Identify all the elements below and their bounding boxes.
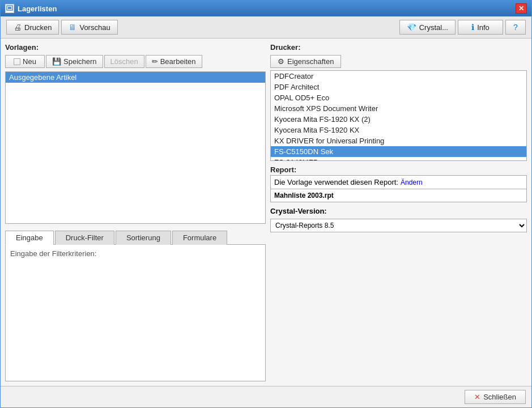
close-title-button[interactable]: ✕ (516, 3, 527, 14)
main-window: Lagerlisten ✕ 🖨 Drucken 🖥 Vorschau 💎 Cry… (0, 0, 532, 408)
new-button[interactable]: Neu (5, 55, 45, 68)
properties-button[interactable]: ⚙ Eigenschaften (270, 55, 341, 68)
report-change-button[interactable]: Ändern (401, 178, 423, 186)
tab-bar: Eingabe Druck-Filter Sortierung Formular… (5, 231, 266, 245)
tab-content: Eingabe der Filterkriterien: (5, 245, 266, 382)
report-filename: Mahnliste 2003.rpt (274, 192, 334, 199)
checkbox-icon (14, 58, 20, 65)
delete-label: Löschen (110, 57, 138, 66)
close-label: Schließen (483, 393, 516, 401)
printer-item[interactable]: Kyocera Mita FS-1920 KX (2) (271, 114, 526, 125)
tab-eingabe[interactable]: Eingabe (5, 231, 54, 245)
crystal-version-label: Crystal-Version: (270, 207, 327, 215)
report-label: Report: (270, 165, 527, 174)
edit-icon: ✏ (152, 57, 158, 66)
printer-item[interactable]: OPAL OD5+ Eco (271, 92, 526, 103)
printer-item[interactable]: Kyocera Mita FS-1920 KX (271, 125, 526, 135)
crystal-version-select[interactable]: Crystal-Reports 8.5 Crystal-Reports 11 C… (270, 219, 527, 232)
preview-label: Vorschau (79, 23, 110, 32)
tab-formulare[interactable]: Formulare (172, 231, 227, 245)
title-bar-left: Lagerlisten (5, 4, 57, 13)
info-button[interactable]: ℹ Info (458, 20, 503, 35)
close-button[interactable]: ✕ Schließen (465, 390, 526, 404)
report-row: Die Vorlage verwendet diesen Report: Änd… (270, 175, 527, 189)
drucker-panel: Drucker: ⚙ Eigenschaften PDFCreator PDF … (270, 43, 527, 381)
printer-item[interactable]: PDF Architect (271, 82, 526, 92)
save-icon: 💾 (52, 57, 61, 66)
tab-sortierung[interactable]: Sortierung (116, 231, 171, 245)
print-icon: 🖨 (14, 23, 22, 32)
title-bar: Lagerlisten ✕ (1, 1, 531, 16)
crystal-icon: 💎 (407, 23, 416, 32)
vorlagen-label: Vorlagen: (5, 43, 266, 52)
printer-item[interactable]: Microsoft XPS Document Writer (271, 103, 526, 114)
report-description: Die Vorlage verwendet diesen Report: (274, 178, 398, 186)
window-title: Lagerlisten (18, 5, 57, 13)
tab-content-label: Eingabe der Filterkriterien: (10, 249, 96, 258)
crystal-select-row: Crystal-Reports 8.5 Crystal-Reports 11 C… (270, 219, 527, 232)
save-label: Speichern (63, 57, 97, 66)
tab-druckfilter[interactable]: Druck-Filter (55, 231, 114, 245)
crystal-button[interactable]: 💎 Crystal... (399, 20, 456, 35)
vorlagen-button-row: Neu 💾 Speichern Löschen ✏ Bearbeiten (5, 55, 266, 68)
svg-rect-1 (8, 7, 11, 9)
save-button[interactable]: 💾 Speichern (46, 55, 103, 68)
info-label: Info (477, 23, 490, 32)
crystal-version-row: Crystal-Version: (270, 207, 527, 215)
delete-button[interactable]: Löschen (104, 55, 144, 68)
printer-item[interactable]: FS-3140MFP+ (271, 157, 526, 161)
bottom-bar: ✕ Schließen (1, 386, 531, 407)
close-icon: ✕ (474, 393, 480, 401)
toolbar-right: 💎 Crystal... ℹ Info ? (399, 20, 526, 35)
print-button[interactable]: 🖨 Drucken (6, 20, 59, 35)
edit-label: Bearbeiten (160, 57, 196, 66)
new-label: Neu (23, 57, 36, 66)
printer-item-selected[interactable]: FS-C5150DN Sek (271, 146, 526, 157)
help-button[interactable]: ? (505, 20, 526, 35)
printer-item[interactable]: PDFCreator (271, 71, 526, 82)
print-label: Drucken (24, 23, 52, 32)
tabs-area: Eingabe Druck-Filter Sortierung Formular… (5, 231, 266, 382)
edit-button[interactable]: ✏ Bearbeiten (146, 55, 202, 68)
printer-list[interactable]: PDFCreator PDF Architect OPAL OD5+ Eco M… (270, 70, 527, 161)
drucker-label: Drucker: (270, 43, 527, 52)
gear-icon: ⚙ (278, 57, 284, 66)
window-icon (5, 4, 14, 13)
preview-button[interactable]: 🖥 Vorschau (61, 20, 117, 35)
main-content: Vorlagen: Neu 💾 Speichern Löschen ✏ Bear… (1, 39, 531, 386)
info-icon: ℹ (471, 23, 474, 32)
vorlagen-list[interactable]: Ausgegebene Artikel (5, 71, 266, 224)
toolbar: 🖨 Drucken 🖥 Vorschau 💎 Crystal... ℹ Info… (1, 16, 531, 39)
printer-section: ⚙ Eigenschaften PDFCreator PDF Architect… (270, 55, 527, 161)
vorlagen-panel: Vorlagen: Neu 💾 Speichern Löschen ✏ Bear… (5, 43, 266, 381)
report-section: Report: Die Vorlage verwendet diesen Rep… (270, 165, 527, 202)
preview-icon: 🖥 (69, 23, 76, 32)
properties-label: Eigenschaften (287, 57, 334, 66)
crystal-label: Crystal... (419, 23, 448, 32)
printer-item[interactable]: KX DRIVER for Universal Printing (271, 135, 526, 146)
list-item[interactable]: Ausgegebene Artikel (6, 72, 265, 83)
help-icon: ? (513, 23, 518, 32)
report-filename-row: Mahnliste 2003.rpt (270, 189, 527, 202)
